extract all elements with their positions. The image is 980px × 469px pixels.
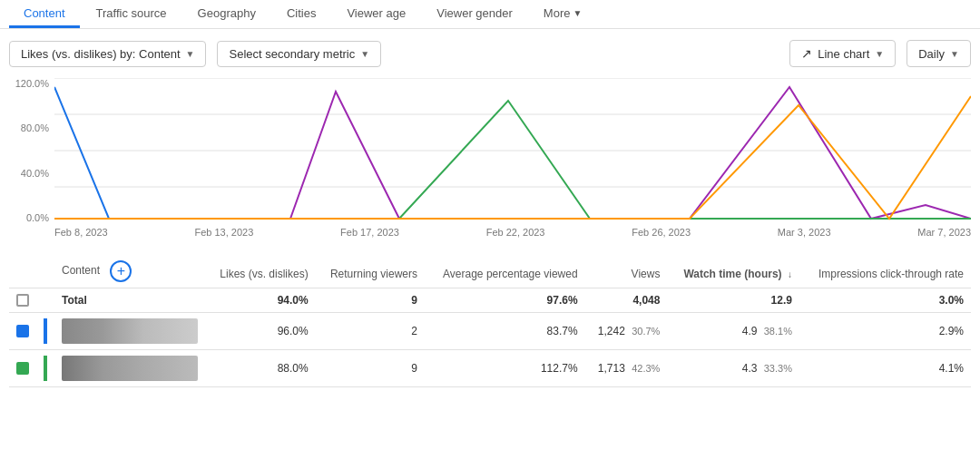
header-returning: Returning viewers: [316, 255, 425, 288]
chart-svg-area: [54, 78, 971, 223]
y-label-120: 120.0%: [9, 78, 54, 89]
row2-likes: 88.0%: [205, 350, 316, 387]
toolbar: Likes (vs. dislikes) by: Content ▼ Selec…: [0, 29, 980, 78]
x-label-feb22: Feb 22, 2023: [486, 227, 545, 238]
total-views: 4,048: [585, 288, 668, 313]
row2-checkbox-cell: [9, 350, 36, 387]
line-chart-icon: ↗: [801, 46, 812, 61]
x-label-mar7: Mar 7, 2023: [917, 227, 971, 238]
total-label: Total: [54, 288, 205, 313]
total-checkbox[interactable]: [16, 294, 29, 307]
tab-content[interactable]: Content: [9, 1, 80, 28]
header-checkbox-cell: [9, 255, 36, 288]
row2-returning: 9: [316, 350, 425, 387]
tab-geography[interactable]: Geography: [183, 1, 270, 28]
secondary-metric-dropdown[interactable]: Select secondary metric ▼: [217, 41, 381, 67]
table-header-row: Content + Likes (vs. dislikes) Returning…: [9, 255, 971, 288]
tab-viewer-gender[interactable]: Viewer gender: [422, 1, 527, 28]
time-period-arrow-icon: ▼: [950, 49, 959, 59]
header-impressions: Impressions click-through rate: [799, 255, 971, 288]
row2-avg-pct: 112.7%: [425, 350, 585, 387]
row1-checkbox[interactable]: [16, 325, 29, 337]
chart-container: 120.0% 80.0% 40.0% 0.0%: [0, 78, 980, 255]
nav-tabs: Content Traffic source Geography Cities …: [0, 0, 980, 29]
x-axis: Feb 8, 2023 Feb 13, 2023 Feb 17, 2023 Fe…: [9, 227, 971, 238]
y-axis: 120.0% 80.0% 40.0% 0.0%: [9, 78, 54, 223]
total-likes: 94.0%: [205, 288, 316, 313]
table-row: 96.0% 2 83.7% 1,242 30.7% 4.9 38.1% 2.9%: [9, 313, 971, 350]
chart-type-dropdown[interactable]: ↗ Line chart ▼: [789, 40, 896, 67]
total-avg-pct: 97.6%: [425, 288, 585, 313]
x-label-feb26: Feb 26, 2023: [632, 227, 691, 238]
total-watch-time: 12.9: [667, 288, 799, 313]
row1-checkbox-cell: [9, 313, 36, 350]
row1-content: [54, 313, 205, 350]
x-label-feb13: Feb 13, 2023: [194, 227, 253, 238]
more-arrow-icon: ▼: [573, 8, 582, 18]
tab-cities[interactable]: Cities: [272, 1, 331, 28]
row2-content: [54, 350, 205, 387]
x-label-feb17: Feb 17, 2023: [340, 227, 399, 238]
row1-color-cell: [36, 313, 54, 350]
total-returning: 9: [316, 288, 425, 313]
data-table: Content + Likes (vs. dislikes) Returning…: [9, 255, 971, 387]
header-views: Views: [585, 255, 668, 288]
row2-checkbox[interactable]: [16, 362, 29, 375]
header-watch-time[interactable]: Watch time (hours) ↓: [667, 255, 799, 288]
secondary-metric-arrow-icon: ▼: [360, 49, 369, 59]
row1-views: 1,242 30.7%: [585, 313, 668, 350]
tab-traffic-source[interactable]: Traffic source: [82, 1, 181, 28]
x-label-feb8: Feb 8, 2023: [54, 227, 108, 238]
header-likes: Likes (vs. dislikes): [205, 255, 316, 288]
row2-color-cell: [36, 350, 54, 387]
chart-inner: 120.0% 80.0% 40.0% 0.0%: [9, 78, 971, 223]
tab-viewer-age[interactable]: Viewer age: [332, 1, 420, 28]
table-row: 88.0% 9 112.7% 1,713 42.3% 4.3 33.3% 4.1…: [9, 350, 971, 387]
total-checkbox-cell: [9, 288, 36, 313]
toolbar-right: ↗ Line chart ▼ Daily ▼: [789, 40, 971, 67]
row1-watch-time: 4.9 38.1%: [667, 313, 799, 350]
row1-avg-pct: 83.7%: [425, 313, 585, 350]
total-row: Total 94.0% 9 97.6% 4,048 12.9 3.0%: [9, 288, 971, 313]
header-avg-pct: Average percentage viewed: [425, 255, 585, 288]
row1-impressions: 2.9%: [799, 313, 971, 350]
primary-metric-arrow-icon: ▼: [186, 49, 195, 59]
header-content: Content +: [54, 255, 205, 288]
x-label-mar3: Mar 3, 2023: [778, 227, 831, 238]
row1-likes: 96.0%: [205, 313, 316, 350]
add-icon: +: [117, 263, 125, 279]
primary-metric-dropdown[interactable]: Likes (vs. dislikes) by: Content ▼: [9, 41, 206, 67]
row1-returning: 2: [316, 313, 425, 350]
row2-views: 1,713 42.3%: [585, 350, 668, 387]
time-period-dropdown[interactable]: Daily ▼: [906, 40, 971, 67]
y-label-40: 40.0%: [9, 168, 54, 179]
chart-type-arrow-icon: ▼: [875, 49, 884, 59]
total-color-bar-cell: [36, 288, 54, 313]
data-table-section: Content + Likes (vs. dislikes) Returning…: [0, 255, 980, 387]
tab-more[interactable]: More ▼: [529, 1, 597, 28]
row2-impressions: 4.1%: [799, 350, 971, 387]
sort-desc-icon: ↓: [788, 269, 792, 279]
add-column-button[interactable]: +: [110, 260, 132, 282]
header-color-col: [36, 255, 54, 288]
row2-watch-time: 4.3 33.3%: [667, 350, 799, 387]
total-impressions: 3.0%: [799, 288, 971, 313]
y-label-80: 80.0%: [9, 122, 54, 133]
y-label-0: 0.0%: [9, 212, 54, 223]
